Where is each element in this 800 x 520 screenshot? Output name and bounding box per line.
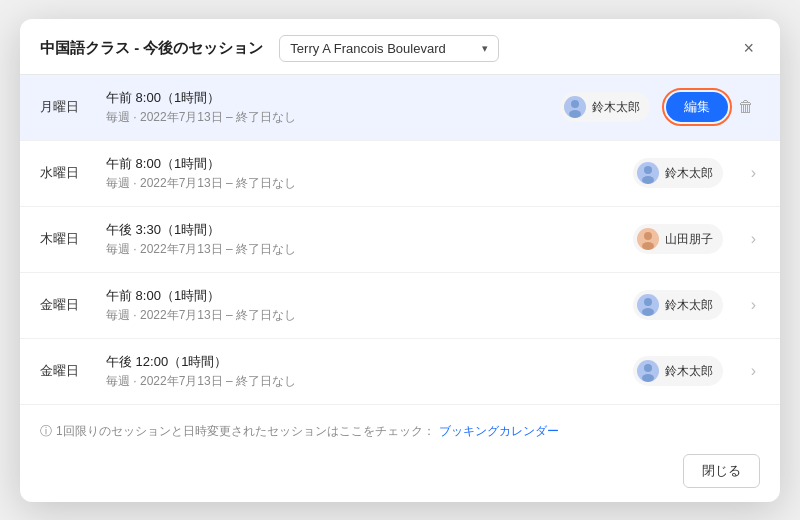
svg-point-9 <box>642 374 654 382</box>
tutor-chip: 鈴木太郎 <box>633 290 723 320</box>
booking-calendar-link[interactable]: ブッキングカレンダー <box>439 423 559 440</box>
modal-title: 中国語クラス - 今後のセッション <box>40 39 263 58</box>
tutor-chip: 山田朋子 <box>633 224 723 254</box>
session-recur: 毎週 · 2022年7月13日 – 終了日なし <box>106 175 617 192</box>
svg-point-4 <box>644 232 652 240</box>
session-time: 午後 3:30（1時間） <box>106 221 617 239</box>
session-recur: 毎週 · 2022年7月13日 – 終了日なし <box>106 307 617 324</box>
day-label: 金曜日 <box>40 362 90 380</box>
avatar <box>637 360 659 382</box>
svg-point-0 <box>571 100 579 108</box>
session-time: 午前 8:00（1時間） <box>106 287 617 305</box>
footer-actions: 閉じる <box>20 446 780 502</box>
footer-note: ⓘ 1回限りのセッションと日時変更されたセッションはここをチェック： ブッキング… <box>20 413 780 446</box>
chevron-right-icon[interactable]: › <box>747 358 760 384</box>
session-info: 午前 8:00（1時間） 毎週 · 2022年7月13日 – 終了日なし <box>106 287 617 324</box>
svg-point-6 <box>644 298 652 306</box>
session-time: 午前 8:00（1時間） <box>106 155 617 173</box>
tutor-name: 鈴木太郎 <box>665 363 713 380</box>
session-row: 水曜日 午前 8:00（1時間） 毎週 · 2022年7月13日 – 終了日なし… <box>20 141 780 207</box>
session-row: 金曜日 午後 12:00（1時間） 毎週 · 2022年7月13日 – 終了日な… <box>20 339 780 405</box>
day-label: 月曜日 <box>40 98 90 116</box>
close-modal-button[interactable]: 閉じる <box>683 454 760 488</box>
svg-point-3 <box>642 176 654 184</box>
avatar <box>637 162 659 184</box>
footer-note-text: 1回限りのセッションと日時変更されたセッションはここをチェック： <box>56 423 435 440</box>
session-row: 金曜日 午前 8:00（1時間） 毎週 · 2022年7月13日 – 終了日なし… <box>20 273 780 339</box>
tutor-name: 鈴木太郎 <box>665 165 713 182</box>
chevron-right-icon[interactable]: › <box>747 160 760 186</box>
day-label: 木曜日 <box>40 230 90 248</box>
avatar <box>637 228 659 250</box>
location-dropdown[interactable]: Terry A Francois Boulevard ▾ <box>279 35 499 62</box>
svg-point-7 <box>642 308 654 316</box>
sessions-list: 月曜日 午前 8:00（1時間） 毎週 · 2022年7月13日 – 終了日なし… <box>20 75 780 413</box>
session-info: 午前 8:00（1時間） 毎週 · 2022年7月13日 – 終了日なし <box>106 155 617 192</box>
day-label: 金曜日 <box>40 296 90 314</box>
tutor-name: 鈴木太郎 <box>592 99 640 116</box>
delete-button[interactable]: 🗑 <box>732 94 760 120</box>
avatar <box>564 96 586 118</box>
modal-header: 中国語クラス - 今後のセッション Terry A Francois Boule… <box>20 19 780 75</box>
session-recur: 毎週 · 2022年7月13日 – 終了日なし <box>106 109 544 126</box>
session-recur: 毎週 · 2022年7月13日 – 終了日なし <box>106 373 617 390</box>
session-recur: 毎週 · 2022年7月13日 – 終了日なし <box>106 241 617 258</box>
session-info: 午前 8:00（1時間） 毎週 · 2022年7月13日 – 終了日なし <box>106 89 544 126</box>
chevron-right-icon[interactable]: › <box>747 226 760 252</box>
row-actions: 編集 🗑 <box>666 92 760 122</box>
tutor-chip: 鈴木太郎 <box>560 92 650 122</box>
session-row: 月曜日 午前 8:00（1時間） 毎週 · 2022年7月13日 – 終了日なし… <box>20 75 780 141</box>
session-time: 午後 12:00（1時間） <box>106 353 617 371</box>
svg-point-8 <box>644 364 652 372</box>
svg-point-5 <box>642 242 654 250</box>
modal: 中国語クラス - 今後のセッション Terry A Francois Boule… <box>20 19 780 502</box>
svg-point-1 <box>569 110 581 118</box>
close-icon[interactable]: × <box>737 36 760 61</box>
svg-point-2 <box>644 166 652 174</box>
tutor-name: 鈴木太郎 <box>665 297 713 314</box>
session-info: 午後 12:00（1時間） 毎週 · 2022年7月13日 – 終了日なし <box>106 353 617 390</box>
info-icon: ⓘ <box>40 423 52 440</box>
dropdown-label: Terry A Francois Boulevard <box>290 41 474 56</box>
day-label: 水曜日 <box>40 164 90 182</box>
tutor-name: 山田朋子 <box>665 231 713 248</box>
session-time: 午前 8:00（1時間） <box>106 89 544 107</box>
edit-button[interactable]: 編集 <box>666 92 728 122</box>
session-info: 午後 3:30（1時間） 毎週 · 2022年7月13日 – 終了日なし <box>106 221 617 258</box>
avatar <box>637 294 659 316</box>
chevron-down-icon: ▾ <box>482 42 488 55</box>
chevron-right-icon[interactable]: › <box>747 292 760 318</box>
tutor-chip: 鈴木太郎 <box>633 158 723 188</box>
session-row: 木曜日 午後 3:30（1時間） 毎週 · 2022年7月13日 – 終了日なし… <box>20 207 780 273</box>
tutor-chip: 鈴木太郎 <box>633 356 723 386</box>
